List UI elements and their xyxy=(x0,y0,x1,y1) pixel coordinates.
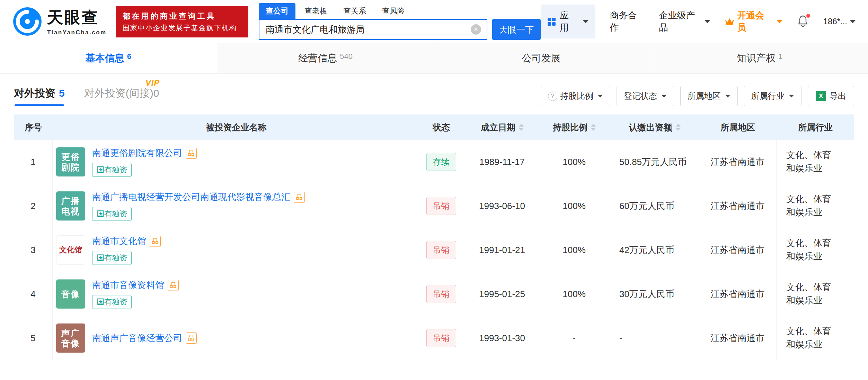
filter-region[interactable]: 所属地区 xyxy=(680,86,738,106)
tab-basic-info[interactable]: 基本信息6 xyxy=(0,43,217,73)
industry: 文化、体育和娱乐业 xyxy=(777,184,854,228)
col-subscribed-capital[interactable]: 认缴出资额 xyxy=(610,114,699,140)
chevron-down-icon xyxy=(725,95,730,97)
industry: 文化、体育和娱乐业 xyxy=(777,228,854,272)
row-index: 5 xyxy=(14,316,53,360)
excel-icon: X xyxy=(816,91,826,101)
clear-search-icon[interactable]: × xyxy=(471,24,481,35)
tab-company-development[interactable]: 公司发展 xyxy=(434,43,651,73)
col-shareholding-ratio[interactable]: 持股比例 xyxy=(538,114,610,140)
search-tab-company[interactable]: 查公司 xyxy=(259,3,295,19)
logo-title: 天眼查 xyxy=(47,7,107,28)
help-icon: ? xyxy=(548,92,557,101)
state-owned-tag: 国有独资 xyxy=(92,251,132,265)
search-tab-risk[interactable]: 查风险 xyxy=(375,3,412,19)
table-row: 1 更俗剧院 南通更俗剧院有限公司 品 国有独资 xyxy=(14,140,854,184)
investment-section: 对外投资5 对外投资(间接)0 VIP ? 持股比例 登记状态 所属地区 xyxy=(0,86,868,360)
apps-grid-icon xyxy=(548,18,556,26)
tab-intellectual-property[interactable]: 知识产权1 xyxy=(651,43,868,73)
chevron-down-icon xyxy=(597,95,603,97)
col-status: 状态 xyxy=(416,114,466,140)
company-tabbar: 基本信息6 经营信息540 公司发展 知识产权1 xyxy=(0,43,868,74)
brand-icon[interactable]: 品 xyxy=(186,332,197,344)
sort-icon[interactable] xyxy=(676,124,681,131)
brand-icon[interactable]: 品 xyxy=(186,148,197,159)
apps-button[interactable]: 应用 xyxy=(541,5,595,38)
company-name-link[interactable]: 南通广播电视经营开发公司南通现代影视音像总汇 xyxy=(92,191,290,203)
chevron-down-icon xyxy=(789,95,794,97)
company-logo: 声广音像 xyxy=(56,323,85,353)
brand-icon[interactable]: 品 xyxy=(294,192,305,203)
search-area: 查公司 查老板 查关系 查风险 × 天眼一下 xyxy=(259,3,541,40)
search-button[interactable]: 天眼一下 xyxy=(492,19,541,40)
subscribed-capital: 30万元人民币 xyxy=(610,272,699,316)
status-badge: 吊销 xyxy=(426,241,456,259)
chevron-down-icon xyxy=(850,20,856,23)
region: 江苏省南通市 xyxy=(699,184,777,228)
search-input[interactable] xyxy=(259,20,487,39)
shareholding-ratio: 100% xyxy=(538,184,610,228)
table-row: 2 广播电视 南通广播电视经营开发公司南通现代影视音像总汇 品 国有独资 xyxy=(14,184,854,228)
header: 天眼查 TianYanCha.com 都在用的商业查询工具 国家中小企业发展子基… xyxy=(0,0,868,43)
row-index: 1 xyxy=(14,140,53,184)
filter-industry[interactable]: 所属行业 xyxy=(744,86,801,106)
established-date: 1993-06-10 xyxy=(466,184,538,228)
region: 江苏省南通市 xyxy=(699,140,777,184)
industry: 文化、体育和娱乐业 xyxy=(777,272,854,316)
region: 江苏省南通市 xyxy=(699,316,777,360)
established-date: 1993-01-30 xyxy=(466,316,538,360)
header-right-nav: 应用 商务合作 企业级产品 开通会员 xyxy=(541,5,856,38)
tianyancha-logo[interactable]: 天眼查 TianYanCha.com xyxy=(12,7,107,36)
company-name-link[interactable]: 南通更俗剧院有限公司 xyxy=(92,147,182,159)
col-company-name: 被投资企业名称 xyxy=(53,114,416,140)
state-owned-tag: 国有独资 xyxy=(92,295,132,309)
filter-registration-status[interactable]: 登记状态 xyxy=(617,86,674,106)
search-tab-relation[interactable]: 查关系 xyxy=(336,3,373,19)
shareholding-ratio: 100% xyxy=(538,272,610,316)
vip-badge: VIP xyxy=(145,78,160,88)
col-region: 所属地区 xyxy=(699,114,777,140)
col-index: 序号 xyxy=(14,114,53,140)
status-badge: 吊销 xyxy=(426,285,456,303)
state-owned-tag: 国有独资 xyxy=(92,163,132,177)
company-logo: 广播电视 xyxy=(56,191,85,221)
shareholding-ratio: 100% xyxy=(538,228,610,272)
table-row: 4 音像 南通市音像资料馆 品 国有独资 xyxy=(14,272,854,316)
promo-banner-line1: 都在用的商业查询工具 xyxy=(123,10,241,22)
subtab-indirect-investment[interactable]: 对外投资(间接)0 VIP xyxy=(84,86,159,106)
apps-label: 应用 xyxy=(560,9,576,34)
sort-icon[interactable] xyxy=(519,124,524,131)
company-name-link[interactable]: 南通市音像资料馆 xyxy=(92,279,164,291)
col-established-date[interactable]: 成立日期 xyxy=(466,114,538,140)
search-input-wrap: × xyxy=(259,19,487,40)
industry: 文化、体育和娱乐业 xyxy=(777,140,854,184)
company-name-link[interactable]: 南通市文化馆 xyxy=(92,235,146,247)
filter-bar: ? 持股比例 登记状态 所属地区 所属行业 X xyxy=(541,86,854,106)
export-button[interactable]: X 导出 xyxy=(808,86,854,106)
nav-business-cooperation[interactable]: 商务合作 xyxy=(610,9,645,34)
brand-icon[interactable]: 品 xyxy=(150,236,161,247)
sort-icon[interactable] xyxy=(591,124,596,131)
open-vip-button[interactable]: 开通会员 xyxy=(725,9,782,34)
company-name-link[interactable]: 南通声广音像经营公司 xyxy=(92,332,182,344)
notifications-button[interactable] xyxy=(797,15,809,28)
region: 江苏省南通市 xyxy=(699,272,777,316)
table-row: 5 声广音像 南通声广音像经营公司 品 xyxy=(14,316,854,360)
nav-enterprise-products[interactable]: 企业级产品 xyxy=(659,9,710,34)
promo-banner: 都在用的商业查询工具 国家中小企业发展子基金旗下机构 xyxy=(116,6,248,37)
user-account-menu[interactable]: 186*... xyxy=(823,17,856,26)
tianyancha-page: 天眼查 TianYanCha.com 都在用的商业查询工具 国家中小企业发展子基… xyxy=(0,0,868,380)
search-tab-boss[interactable]: 查老板 xyxy=(298,3,334,19)
state-owned-tag: 国有独资 xyxy=(92,207,132,221)
established-date: 1989-11-17 xyxy=(466,140,538,184)
filter-shareholding-ratio[interactable]: ? 持股比例 xyxy=(541,86,610,106)
table-header-row: 序号 被投资企业名称 状态 成立日期 持股比例 认缴出资额 所属地区 所属行业 xyxy=(14,114,854,140)
region: 江苏省南通市 xyxy=(699,228,777,272)
brand-icon[interactable]: 品 xyxy=(168,280,179,291)
industry: 文化、体育和娱乐业 xyxy=(777,316,854,360)
subtab-outbound-investment[interactable]: 对外投资5 xyxy=(14,86,65,106)
subscribed-capital: 42万元人民币 xyxy=(610,228,699,272)
established-date: 1991-01-21 xyxy=(466,228,538,272)
tab-business-info[interactable]: 经营信息540 xyxy=(217,43,434,73)
row-index: 3 xyxy=(14,228,53,272)
